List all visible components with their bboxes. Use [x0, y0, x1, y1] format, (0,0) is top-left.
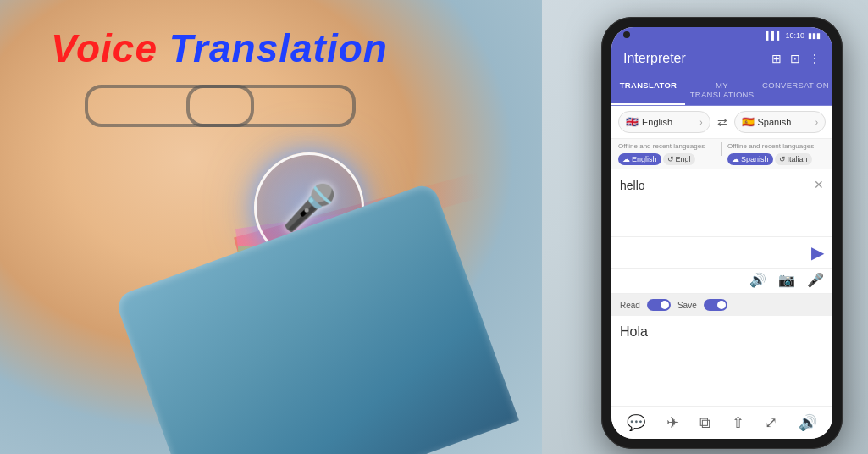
es-flag-icon: 🇪🇸	[742, 116, 755, 128]
source-language-button[interactable]: 🇬🇧 English ›	[618, 111, 710, 133]
messenger-button[interactable]: ✈	[666, 413, 679, 432]
history-icon-2: ↺	[779, 155, 786, 163]
camera-icon[interactable]: 📷	[778, 272, 795, 288]
output-speaker-button[interactable]: 🔊	[799, 413, 817, 432]
swap-languages-button[interactable]: ⇄	[714, 112, 731, 132]
title-translation: Translation	[169, 26, 388, 70]
input-area: hello ✕	[611, 169, 832, 237]
recent-target-label: Offline and recent languages	[727, 142, 826, 150]
output-text: Hola	[620, 324, 648, 339]
read-toggle[interactable]	[647, 299, 671, 311]
app-name: Interpreter	[623, 51, 686, 66]
status-bar: ▌▌▌ 10:10 ▮▮▮	[611, 27, 832, 44]
status-left	[623, 31, 630, 40]
language-selector: 🇬🇧 English › ⇄ 🇪🇸 Spanish ›	[611, 106, 832, 139]
camera-dot	[623, 31, 630, 38]
tab-bar: TRANSLATOR MY TRANSLATIONS CONVERSATION	[611, 75, 832, 106]
history-icon: ↺	[667, 155, 674, 163]
recent-target-spanish[interactable]: ☁ Spanish	[727, 153, 773, 165]
recent-source-label: Offline and recent languages	[618, 142, 716, 150]
recent-source-engl[interactable]: ↺ Engl	[663, 153, 695, 165]
status-right: ▌▌▌ 10:10 ▮▮▮	[766, 31, 821, 40]
more-options-icon[interactable]: ⋮	[809, 52, 821, 65]
target-lang-label: Spanish	[758, 117, 815, 127]
header-icons: ⊞ ⊡ ⋮	[771, 52, 821, 65]
title-voice: Voice	[51, 26, 158, 70]
cloud-icon: ☁	[622, 155, 630, 163]
recent-source-col: Offline and recent languages ☁ English ↺…	[618, 142, 716, 165]
clear-input-button[interactable]: ✕	[814, 178, 824, 191]
input-actions: ▶	[611, 237, 832, 269]
bottom-bar: 💬 ✈ ⧉ ⇧ ⤢ 🔊	[611, 406, 832, 439]
cloud-icon-2: ☁	[732, 155, 739, 163]
input-text: hello	[620, 179, 645, 192]
mic-input-icon[interactable]: 🎤	[807, 272, 824, 288]
share-button[interactable]: ⇧	[732, 413, 744, 432]
translate-button[interactable]: ▶	[811, 242, 824, 263]
pdf-icon[interactable]: ⊡	[790, 52, 800, 65]
tab-conversation[interactable]: CONVERSATION	[759, 75, 832, 105]
expand-button[interactable]: ⤢	[765, 413, 777, 432]
battery-indicator: ▮▮▮	[808, 31, 821, 40]
tab-my-translations[interactable]: MY TRANSLATIONS	[685, 75, 759, 105]
target-language-button[interactable]: 🇪🇸 Spanish ›	[734, 111, 827, 133]
output-area: Hola	[611, 316, 832, 406]
source-lang-chevron: ›	[699, 118, 702, 127]
grid-icon[interactable]: ⊞	[771, 52, 782, 65]
time-display: 10:10	[785, 31, 804, 40]
target-lang-chevron: ›	[815, 118, 818, 127]
recent-languages: Offline and recent languages ☁ English ↺…	[611, 139, 832, 169]
save-toggle[interactable]	[704, 299, 727, 311]
phone-screen: ▌▌▌ 10:10 ▮▮▮ Interpreter ⊞ ⊡ ⋮ TRANSLAT…	[611, 27, 832, 439]
speaker-icon[interactable]: 🔊	[749, 272, 766, 288]
read-label: Read	[620, 301, 640, 310]
toggle-row: Read Save	[611, 294, 832, 316]
recent-target-italian[interactable]: ↺ Italian	[775, 153, 812, 165]
signal-indicator: ▌▌▌	[766, 31, 782, 40]
page-title: Voice Translation	[51, 25, 388, 71]
phone-mockup: ▌▌▌ 10:10 ▮▮▮ Interpreter ⊞ ⊡ ⋮ TRANSLAT…	[601, 17, 843, 449]
copy-button[interactable]: ⧉	[699, 414, 710, 432]
app-header: Interpreter ⊞ ⊡ ⋮	[611, 44, 832, 75]
recent-target-col: Offline and recent languages ☁ Spanish ↺…	[727, 142, 826, 165]
whatsapp-button[interactable]: 💬	[627, 413, 645, 432]
recent-source-english[interactable]: ☁ English	[618, 153, 661, 165]
lang-divider	[721, 142, 722, 156]
uk-flag-icon: 🇬🇧	[626, 116, 639, 128]
source-lang-label: English	[642, 117, 699, 127]
save-label: Save	[677, 301, 697, 310]
tab-translator[interactable]: TRANSLATOR	[611, 75, 685, 105]
